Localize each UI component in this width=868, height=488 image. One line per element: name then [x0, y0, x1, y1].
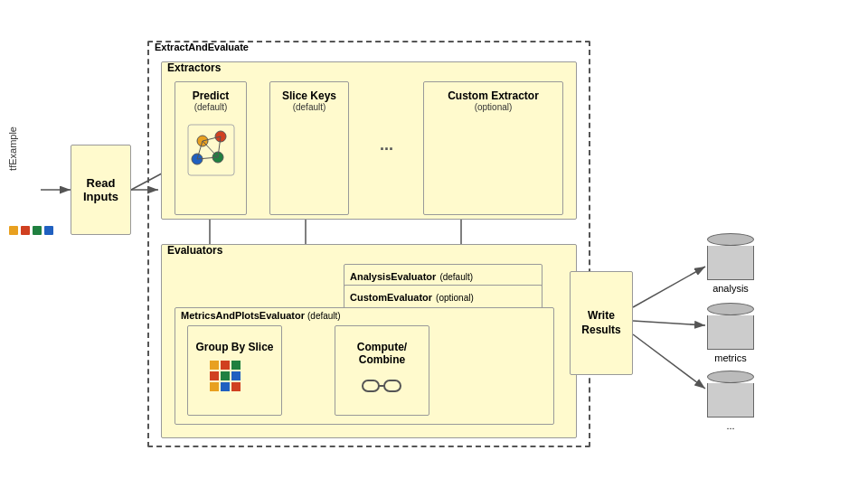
svg-line-22	[633, 334, 705, 389]
write-results-box: Write Results	[570, 271, 633, 375]
read-inputs-box: Read Inputs	[71, 145, 131, 235]
group-by-slice-label: Group By Slice	[195, 341, 273, 353]
svg-line-21	[633, 321, 705, 325]
slice-keys-sublabel: (default)	[293, 102, 326, 112]
extract-evaluate-title: ExtractAndEvaluate	[155, 42, 249, 52]
svg-rect-39	[210, 382, 219, 391]
ellipsis-extractors: ...	[380, 136, 393, 155]
color-dots	[9, 226, 53, 235]
analysis-evaluator-sublabel: (default)	[439, 272, 473, 282]
extractors-title: Extractors	[167, 61, 221, 74]
compute-combine-label: Compute/ Combine	[335, 341, 429, 367]
custom-evaluator-label: CustomEvaluator	[350, 292, 432, 303]
custom-evaluator-box: CustomEvaluator (optional)	[344, 285, 542, 310]
cylinder-ellipsis-label: ...	[726, 420, 734, 431]
metrics-plots-title: MetricsAndPlotsEvaluator (default)	[181, 310, 341, 321]
cylinder-metrics-label: metrics	[714, 352, 746, 363]
svg-rect-37	[221, 371, 230, 380]
compute-combine-icon	[360, 373, 405, 400]
slice-keys-label: Slice Keys	[282, 89, 336, 102]
diagram: tfExample Read Inputs ExtractAndEvaluate…	[0, 0, 868, 488]
svg-rect-38	[231, 371, 241, 380]
cylinder-ellipsis: ...	[707, 371, 754, 431]
svg-rect-36	[210, 371, 219, 380]
svg-line-20	[633, 267, 705, 307]
cylinder-metrics: metrics	[707, 303, 754, 363]
write-results-label: Write Results	[571, 309, 632, 337]
svg-rect-35	[231, 361, 241, 370]
dot-red	[21, 226, 30, 235]
dot-orange	[9, 226, 18, 235]
group-by-slice-icon	[208, 359, 262, 404]
analysis-evaluator-label: AnalysisEvaluator	[350, 271, 436, 282]
cylinder-analysis-label: analysis	[712, 283, 749, 294]
cylinder-ellipsis-top	[707, 371, 754, 383]
predict-label: Predict	[193, 89, 230, 102]
svg-rect-33	[210, 361, 219, 370]
cylinder-metrics-top	[707, 303, 754, 315]
cylinder-ellipsis-body	[707, 383, 754, 418]
tf-example-label: tfExample	[7, 127, 18, 171]
compute-combine-box: Compute/ Combine	[335, 325, 429, 416]
custom-extractor-label: Custom Extractor	[448, 89, 539, 102]
cylinder-analysis-body	[707, 246, 754, 280]
cylinder-analysis: analysis	[707, 233, 754, 294]
cylinder-analysis-top	[707, 233, 754, 246]
group-by-slice-box: Group By Slice	[187, 325, 282, 416]
evaluators-title: Evaluators	[167, 244, 222, 257]
dot-blue	[44, 226, 53, 235]
custom-extractor-sublabel: (optional)	[475, 102, 513, 112]
svg-rect-41	[231, 382, 241, 391]
predict-sublabel: (default)	[194, 102, 228, 112]
read-inputs-label: Read Inputs	[71, 176, 130, 203]
custom-evaluator-sublabel: (optional)	[436, 293, 474, 303]
dot-green	[33, 226, 42, 235]
predict-icon	[186, 123, 236, 177]
slice-keys-box: Slice Keys (default)	[269, 81, 349, 215]
svg-rect-42	[363, 380, 379, 391]
predict-box: Predict (default)	[175, 81, 247, 215]
custom-extractor-box: Custom Extractor (optional)	[423, 81, 563, 215]
svg-rect-34	[221, 361, 230, 370]
cylinder-metrics-body	[707, 315, 754, 350]
svg-rect-43	[384, 380, 401, 391]
svg-rect-40	[221, 382, 230, 391]
